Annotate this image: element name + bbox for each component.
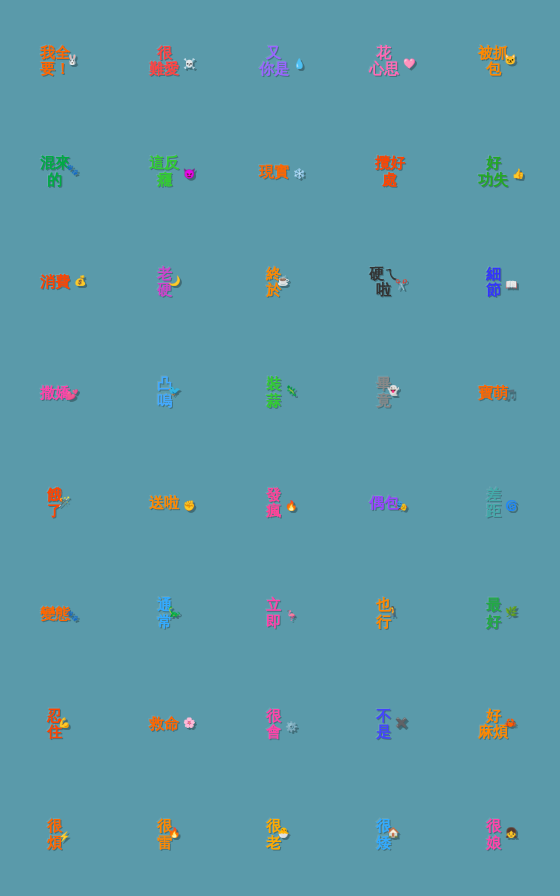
- sticker-10[interactable]: 好 功失👍: [446, 119, 552, 226]
- sticker-40[interactable]: 很 娘👧: [446, 782, 552, 889]
- sticker-9[interactable]: 攬好 處: [337, 119, 443, 226]
- sticker-26[interactable]: 變態🐾: [8, 561, 114, 668]
- sticker-deco-4: 🩷: [403, 58, 415, 69]
- sticker-text-40: 很 娘: [486, 818, 501, 851]
- sticker-text-22: 送啦: [149, 495, 179, 512]
- sticker-21[interactable]: 餓 了🪄: [8, 450, 114, 557]
- sticker-deco-2: ☠️: [183, 58, 195, 69]
- sticker-deco-38: 🐣: [277, 827, 289, 838]
- sticker-deco-15: 📖: [505, 279, 517, 290]
- sticker-deco-19: 👻: [387, 385, 399, 396]
- sticker-text-34: 不 是: [376, 708, 391, 741]
- sticker-20[interactable]: 寶萌🎵: [446, 340, 552, 447]
- sticker-33[interactable]: 很 會⚙️: [227, 671, 333, 778]
- sticker-deco-36: ⚡: [58, 831, 70, 842]
- sticker-deco-8: ❄️: [293, 168, 305, 179]
- sticker-22[interactable]: 送啦✊: [118, 450, 224, 557]
- sticker-deco-32: 🌸: [183, 717, 195, 728]
- sticker-30[interactable]: 最 好🌿: [446, 561, 552, 668]
- sticker-23[interactable]: 發 瘋🔥: [227, 450, 333, 557]
- sticker-deco-16: 💕: [66, 389, 78, 400]
- sticker-37[interactable]: 很 雷🔥: [118, 782, 224, 889]
- sticker-deco-10: 👍: [512, 168, 524, 179]
- sticker-text-23: 發 瘋: [266, 487, 281, 520]
- sticker-36[interactable]: 很 煩⚡: [8, 782, 114, 889]
- sticker-deco-11: 💰: [74, 275, 86, 286]
- sticker-2[interactable]: 很 難愛☠️: [118, 8, 224, 115]
- sticker-deco-14: ✂️: [395, 279, 407, 290]
- sticker-deco-26: 🐾: [66, 610, 78, 621]
- sticker-deco-33: ⚙️: [285, 721, 297, 732]
- sticker-deco-31: 💪: [58, 717, 70, 728]
- sticker-deco-27: 🦕: [168, 606, 180, 617]
- sticker-deco-12: 🌙: [168, 275, 180, 286]
- sticker-1[interactable]: 我全 要！🐰: [8, 8, 114, 115]
- sticker-5[interactable]: 被抓 包🐱: [446, 8, 552, 115]
- sticker-17[interactable]: 凸 嗚🐦: [118, 340, 224, 447]
- sticker-deco-18: 🦎: [285, 385, 297, 396]
- sticker-18[interactable]: 裝 蒜🦎: [227, 340, 333, 447]
- sticker-text-8: 現實: [259, 164, 289, 181]
- sticker-text-30: 最 好: [486, 597, 501, 630]
- sticker-11[interactable]: 消費💰: [8, 229, 114, 336]
- sticker-text-10: 好 功失: [478, 155, 508, 188]
- sticker-deco-24: 🎭: [395, 500, 407, 511]
- sticker-7[interactable]: 這反 癮😈: [118, 119, 224, 226]
- sticker-deco-30: 🌿: [505, 606, 517, 617]
- sticker-text-28: 立 即: [266, 597, 281, 630]
- sticker-deco-34: ✖️: [395, 717, 407, 728]
- sticker-deco-7: 😈: [183, 168, 195, 179]
- sticker-deco-1: 🐰: [66, 54, 78, 65]
- sticker-24[interactable]: 偶包🎭: [337, 450, 443, 557]
- sticker-39[interactable]: 很 矮🏠: [337, 782, 443, 889]
- sticker-deco-35: 🦀: [504, 717, 516, 728]
- sticker-35[interactable]: 好 麻煩🦀: [446, 671, 552, 778]
- sticker-deco-37: 🔥: [168, 827, 180, 838]
- sticker-34[interactable]: 不 是✖️: [337, 671, 443, 778]
- sticker-6[interactable]: 混來 的🐾: [8, 119, 114, 226]
- sticker-15[interactable]: 細 節📖: [446, 229, 552, 336]
- sticker-25[interactable]: 差 距🌀: [446, 450, 552, 557]
- sticker-text-18: 裝 蒜: [266, 376, 281, 409]
- sticker-13[interactable]: 終 於☕: [227, 229, 333, 336]
- sticker-deco-17: 🐦: [168, 385, 180, 396]
- sticker-text-33: 很 會: [266, 708, 281, 741]
- sticker-text-3: 又 你是: [259, 45, 289, 78]
- sticker-text-32: 救命: [149, 716, 179, 733]
- sticker-text-9: 攬好 處: [375, 155, 405, 188]
- sticker-text-11: 消費: [40, 274, 70, 291]
- sticker-deco-22: ✊: [183, 500, 195, 511]
- sticker-4[interactable]: 花 心思🩷: [337, 8, 443, 115]
- sticker-deco-28: 🦩: [285, 610, 297, 621]
- sticker-deco-20: 🎵: [504, 389, 516, 400]
- sticker-27[interactable]: 通 常🦕: [118, 561, 224, 668]
- sticker-deco-6: 🐾: [66, 164, 78, 175]
- sticker-28[interactable]: 立 即🦩: [227, 561, 333, 668]
- sticker-text-15: 細 節: [486, 266, 501, 299]
- sticker-deco-21: 🪄: [58, 496, 70, 507]
- sticker-grid: 我全 要！🐰很 難愛☠️又 你是💧花 心思🩷被抓 包🐱混來 的🐾這反 癮😈現實❄…: [0, 0, 560, 896]
- sticker-3[interactable]: 又 你是💧: [227, 8, 333, 115]
- sticker-text-2: 很 難愛: [149, 45, 179, 78]
- sticker-text-7: 這反 癮: [149, 155, 179, 188]
- sticker-31[interactable]: 忍 住💪: [8, 671, 114, 778]
- sticker-deco-13: ☕: [277, 275, 289, 286]
- sticker-8[interactable]: 現實❄️: [227, 119, 333, 226]
- sticker-deco-39: 🏠: [387, 827, 399, 838]
- sticker-16[interactable]: 撒嬌💕: [8, 340, 114, 447]
- sticker-32[interactable]: 救命🌸: [118, 671, 224, 778]
- sticker-deco-40: 👧: [505, 827, 517, 838]
- sticker-deco-5: 🐱: [504, 54, 516, 65]
- sticker-12[interactable]: 老 硬🌙: [118, 229, 224, 336]
- sticker-deco-23: 🔥: [285, 500, 297, 511]
- sticker-deco-25: 🌀: [505, 500, 517, 511]
- sticker-14[interactable]: 硬ㄟ 啦✂️: [337, 229, 443, 336]
- sticker-deco-29: 🚶: [387, 606, 399, 617]
- sticker-38[interactable]: 很 老🐣: [227, 782, 333, 889]
- sticker-text-25: 差 距: [486, 487, 501, 520]
- sticker-29[interactable]: 也 行🚶: [337, 561, 443, 668]
- sticker-deco-3: 💧: [293, 58, 305, 69]
- sticker-19[interactable]: 畢 竟👻: [337, 340, 443, 447]
- sticker-text-4: 花 心思: [369, 45, 399, 78]
